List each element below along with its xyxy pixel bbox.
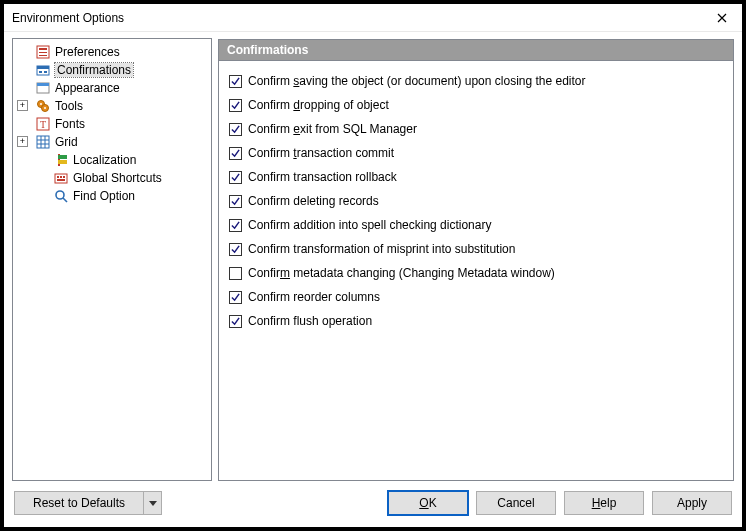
tree-label: Confirmations: [55, 63, 133, 77]
tree-item-localization[interactable]: Localization: [15, 151, 209, 169]
svg-rect-3: [39, 55, 47, 56]
svg-rect-21: [57, 176, 59, 178]
checkbox-label[interactable]: Confirm exit from SQL Manager: [248, 122, 417, 136]
section-body: Confirm saving the object (or document) …: [218, 60, 734, 481]
checkbox[interactable]: [229, 291, 242, 304]
nav-tree: Preferences Confirmations: [12, 38, 212, 481]
tree-item-preferences[interactable]: Preferences: [15, 43, 209, 61]
checkbox-row: Confirm flush operation: [229, 313, 723, 329]
grid-icon: [35, 134, 51, 150]
find-icon: [53, 188, 69, 204]
help-label: Help: [592, 496, 617, 510]
tree-label: Find Option: [73, 189, 135, 203]
dialog-body: Preferences Confirmations: [4, 32, 742, 481]
checkbox-label[interactable]: Confirm saving the object (or document) …: [248, 74, 586, 88]
svg-rect-23: [63, 176, 65, 178]
titlebar: Environment Options: [4, 4, 742, 32]
preferences-icon: [35, 44, 51, 60]
checkbox-label[interactable]: Confirm transformation of misprint into …: [248, 242, 515, 256]
checkbox-label[interactable]: Confirm flush operation: [248, 314, 372, 328]
ok-button[interactable]: OK: [388, 491, 468, 515]
apply-button[interactable]: Apply: [652, 491, 732, 515]
checkbox-label[interactable]: Confirm addition into spell checking dic…: [248, 218, 491, 232]
checkbox-label[interactable]: Confirm metadata changing (Changing Meta…: [248, 266, 555, 280]
tree-item-confirmations[interactable]: Confirmations: [15, 61, 209, 79]
expander-tools[interactable]: +: [17, 100, 28, 111]
checkbox[interactable]: [229, 75, 242, 88]
tree-label: Grid: [55, 135, 78, 149]
checkbox-label[interactable]: Confirm transaction commit: [248, 146, 394, 160]
section-header: Confirmations: [218, 39, 734, 60]
checkbox-row: Confirm reorder columns: [229, 289, 723, 305]
svg-rect-19: [58, 160, 67, 164]
appearance-icon: [35, 80, 51, 96]
checkbox[interactable]: [229, 267, 242, 280]
button-row: Reset to Defaults OK Cancel Help Apply: [4, 481, 742, 527]
svg-rect-20: [55, 174, 67, 183]
checkbox-row: Confirm transaction rollback: [229, 169, 723, 185]
tree-label: Fonts: [55, 117, 85, 131]
cancel-button[interactable]: Cancel: [476, 491, 556, 515]
svg-point-13: [44, 107, 46, 109]
checkbox[interactable]: [229, 171, 242, 184]
dialog-window: Environment Options Preferences: [3, 3, 743, 528]
checkbox-label[interactable]: Confirm deleting records: [248, 194, 379, 208]
expander-grid[interactable]: +: [17, 136, 28, 147]
svg-point-25: [56, 191, 64, 199]
svg-rect-2: [39, 52, 47, 53]
checkbox-row: Confirm transaction commit: [229, 145, 723, 161]
localization-icon: [53, 152, 69, 168]
checkbox-label[interactable]: Confirm dropping of object: [248, 98, 389, 112]
checkbox-row: Confirm deleting records: [229, 193, 723, 209]
ok-label: OK: [419, 496, 436, 510]
checkbox[interactable]: [229, 195, 242, 208]
svg-rect-5: [37, 66, 49, 69]
checkbox[interactable]: [229, 219, 242, 232]
tree-item-global-shortcuts[interactable]: Global Shortcuts: [15, 169, 209, 187]
window-title: Environment Options: [12, 11, 702, 25]
tree-label: Localization: [73, 153, 136, 167]
shortcuts-icon: [53, 170, 69, 186]
svg-rect-24: [57, 179, 65, 181]
help-button[interactable]: Help: [564, 491, 644, 515]
checkbox-label[interactable]: Confirm reorder columns: [248, 290, 380, 304]
tools-icon: [35, 98, 51, 114]
tree-item-grid[interactable]: Grid: [15, 133, 209, 151]
tree-label: Appearance: [55, 81, 120, 95]
reset-button[interactable]: Reset to Defaults: [14, 491, 144, 515]
checkbox[interactable]: [229, 315, 242, 328]
svg-rect-6: [39, 71, 42, 73]
tree-item-tools[interactable]: Tools: [15, 97, 209, 115]
cancel-label: Cancel: [497, 496, 534, 510]
svg-rect-1: [39, 48, 47, 50]
checkbox-row: Confirm exit from SQL Manager: [229, 121, 723, 137]
checkbox[interactable]: [229, 243, 242, 256]
tree-item-fonts[interactable]: T Fonts: [15, 115, 209, 133]
checkbox-row: Confirm dropping of object: [229, 97, 723, 113]
reset-dropdown-button[interactable]: [144, 491, 162, 515]
tree-label: Tools: [55, 99, 83, 113]
tree-item-find-option[interactable]: Find Option: [15, 187, 209, 205]
svg-rect-22: [60, 176, 62, 178]
content-pane: Confirmations Confirm saving the object …: [218, 38, 734, 481]
svg-rect-9: [37, 83, 49, 86]
tree-item-appearance[interactable]: Appearance: [15, 79, 209, 97]
svg-point-12: [40, 103, 42, 105]
checkbox-row: Confirm addition into spell checking dic…: [229, 217, 723, 233]
checkbox-row: Confirm saving the object (or document) …: [229, 73, 723, 89]
checkbox[interactable]: [229, 99, 242, 112]
close-button[interactable]: [702, 4, 742, 32]
svg-text:T: T: [40, 119, 46, 130]
svg-rect-18: [58, 155, 67, 159]
reset-label: Reset to Defaults: [33, 496, 125, 510]
checkbox-label[interactable]: Confirm transaction rollback: [248, 170, 397, 184]
checkbox[interactable]: [229, 123, 242, 136]
tree-label: Global Shortcuts: [73, 171, 162, 185]
checkbox[interactable]: [229, 147, 242, 160]
apply-label: Apply: [677, 496, 707, 510]
checkbox-row: Confirm metadata changing (Changing Meta…: [229, 265, 723, 281]
confirmations-icon: [35, 62, 51, 78]
checkbox-row: Confirm transformation of misprint into …: [229, 241, 723, 257]
reset-split-button: Reset to Defaults: [14, 491, 162, 515]
svg-rect-7: [44, 71, 47, 73]
